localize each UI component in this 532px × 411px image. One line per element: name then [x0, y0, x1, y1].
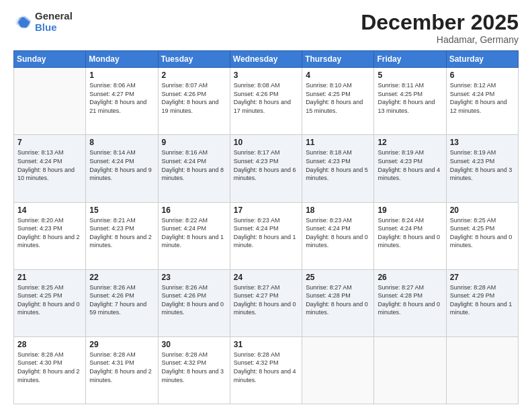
- day-number: 11: [306, 138, 370, 147]
- day-number: 13: [450, 138, 515, 147]
- day-info: Sunrise: 8:12 AMSunset: 4:24 PMDaylight:…: [450, 81, 515, 115]
- day-number: 31: [234, 340, 298, 349]
- calendar-cell: 3Sunrise: 8:08 AMSunset: 4:26 PMDaylight…: [230, 68, 302, 135]
- logo: General Blue: [13, 11, 73, 33]
- day-info: Sunrise: 8:13 AMSunset: 4:24 PMDaylight:…: [17, 148, 82, 182]
- days-header-row: Sunday Monday Tuesday Wednesday Thursday…: [14, 51, 519, 68]
- calendar-cell: 27Sunrise: 8:28 AMSunset: 4:29 PMDayligh…: [446, 269, 518, 336]
- calendar-week-row: 14Sunrise: 8:20 AMSunset: 4:23 PMDayligh…: [14, 202, 519, 269]
- day-number: 14: [17, 205, 82, 215]
- calendar-cell: 2Sunrise: 8:07 AMSunset: 4:26 PMDaylight…: [158, 68, 230, 135]
- calendar-cell: 11Sunrise: 8:18 AMSunset: 4:23 PMDayligh…: [302, 135, 374, 202]
- calendar-cell: 15Sunrise: 8:21 AMSunset: 4:23 PMDayligh…: [86, 202, 158, 269]
- title-area: December 2025 Hadamar, Germany: [361, 11, 519, 45]
- day-info: Sunrise: 8:20 AMSunset: 4:23 PMDaylight:…: [17, 216, 82, 250]
- logo-icon: [13, 13, 32, 32]
- calendar-cell: 13Sunrise: 8:19 AMSunset: 4:23 PMDayligh…: [446, 135, 518, 202]
- day-number: 22: [89, 273, 154, 282]
- day-info: Sunrise: 8:10 AMSunset: 4:25 PMDaylight:…: [306, 81, 370, 115]
- month-title: December 2025: [361, 11, 519, 34]
- calendar-cell: 16Sunrise: 8:22 AMSunset: 4:24 PMDayligh…: [158, 202, 230, 269]
- day-info: Sunrise: 8:27 AMSunset: 4:28 PMDaylight:…: [306, 283, 370, 317]
- calendar-cell: 25Sunrise: 8:27 AMSunset: 4:28 PMDayligh…: [302, 269, 374, 336]
- header-friday: Friday: [374, 51, 446, 68]
- calendar-page: General Blue December 2025 Hadamar, Germ…: [0, 0, 532, 411]
- day-number: 29: [89, 340, 154, 349]
- day-info: Sunrise: 8:28 AMSunset: 4:31 PMDaylight:…: [89, 351, 154, 384]
- calendar-cell: 4Sunrise: 8:10 AMSunset: 4:25 PMDaylight…: [302, 68, 374, 135]
- calendar-cell: [446, 336, 518, 404]
- day-number: 1: [89, 71, 154, 80]
- day-number: 7: [17, 138, 82, 147]
- calendar-cell: 18Sunrise: 8:23 AMSunset: 4:24 PMDayligh…: [302, 202, 374, 269]
- calendar-cell: 31Sunrise: 8:28 AMSunset: 4:32 PMDayligh…: [230, 336, 302, 404]
- calendar-cell: 10Sunrise: 8:17 AMSunset: 4:23 PMDayligh…: [230, 135, 302, 202]
- day-info: Sunrise: 8:24 AMSunset: 4:24 PMDaylight:…: [378, 216, 442, 250]
- day-number: 8: [89, 138, 154, 147]
- day-info: Sunrise: 8:26 AMSunset: 4:26 PMDaylight:…: [89, 283, 154, 317]
- day-number: 24: [234, 273, 298, 282]
- day-number: 26: [378, 273, 442, 282]
- logo-general: General: [35, 11, 73, 22]
- calendar-week-row: 21Sunrise: 8:25 AMSunset: 4:25 PMDayligh…: [14, 269, 519, 336]
- calendar-cell: 14Sunrise: 8:20 AMSunset: 4:23 PMDayligh…: [14, 202, 86, 269]
- day-number: 9: [162, 138, 226, 147]
- day-info: Sunrise: 8:25 AMSunset: 4:25 PMDaylight:…: [450, 216, 515, 250]
- day-info: Sunrise: 8:27 AMSunset: 4:28 PMDaylight:…: [378, 283, 442, 317]
- day-info: Sunrise: 8:27 AMSunset: 4:27 PMDaylight:…: [234, 283, 298, 317]
- day-info: Sunrise: 8:23 AMSunset: 4:24 PMDaylight:…: [306, 216, 370, 250]
- day-info: Sunrise: 8:28 AMSunset: 4:30 PMDaylight:…: [17, 351, 82, 384]
- day-number: 23: [162, 273, 226, 282]
- calendar-cell: 21Sunrise: 8:25 AMSunset: 4:25 PMDayligh…: [14, 269, 86, 336]
- calendar-cell: 26Sunrise: 8:27 AMSunset: 4:28 PMDayligh…: [374, 269, 446, 336]
- calendar-cell: 7Sunrise: 8:13 AMSunset: 4:24 PMDaylight…: [14, 135, 86, 202]
- calendar-cell: 30Sunrise: 8:28 AMSunset: 4:32 PMDayligh…: [158, 336, 230, 404]
- calendar-cell: 24Sunrise: 8:27 AMSunset: 4:27 PMDayligh…: [230, 269, 302, 336]
- day-info: Sunrise: 8:21 AMSunset: 4:23 PMDaylight:…: [89, 216, 154, 250]
- day-info: Sunrise: 8:23 AMSunset: 4:24 PMDaylight:…: [234, 216, 298, 250]
- day-info: Sunrise: 8:25 AMSunset: 4:25 PMDaylight:…: [17, 283, 82, 317]
- day-number: 21: [17, 273, 82, 282]
- logo-blue: Blue: [35, 22, 73, 34]
- day-number: 19: [378, 205, 442, 215]
- day-info: Sunrise: 8:19 AMSunset: 4:23 PMDaylight:…: [450, 148, 515, 182]
- day-number: 6: [450, 71, 515, 80]
- calendar-cell: 12Sunrise: 8:19 AMSunset: 4:23 PMDayligh…: [374, 135, 446, 202]
- day-number: 5: [378, 71, 442, 80]
- header-tuesday: Tuesday: [158, 51, 230, 68]
- header-monday: Monday: [86, 51, 158, 68]
- day-number: 17: [234, 205, 298, 215]
- calendar-cell: 8Sunrise: 8:14 AMSunset: 4:24 PMDaylight…: [86, 135, 158, 202]
- header: General Blue December 2025 Hadamar, Germ…: [13, 11, 519, 45]
- calendar-table: Sunday Monday Tuesday Wednesday Thursday…: [13, 50, 519, 404]
- day-number: 12: [378, 138, 442, 147]
- day-info: Sunrise: 8:07 AMSunset: 4:26 PMDaylight:…: [162, 81, 226, 115]
- calendar-cell: [14, 68, 86, 135]
- calendar-cell: 28Sunrise: 8:28 AMSunset: 4:30 PMDayligh…: [14, 336, 86, 404]
- logo-text: General Blue: [35, 11, 73, 33]
- header-wednesday: Wednesday: [230, 51, 302, 68]
- calendar-cell: 20Sunrise: 8:25 AMSunset: 4:25 PMDayligh…: [446, 202, 518, 269]
- calendar-cell: 1Sunrise: 8:06 AMSunset: 4:27 PMDaylight…: [86, 68, 158, 135]
- day-info: Sunrise: 8:28 AMSunset: 4:32 PMDaylight:…: [234, 351, 298, 384]
- day-info: Sunrise: 8:16 AMSunset: 4:24 PMDaylight:…: [162, 148, 226, 182]
- calendar-cell: [374, 336, 446, 404]
- day-info: Sunrise: 8:28 AMSunset: 4:32 PMDaylight:…: [162, 351, 226, 384]
- day-number: 10: [234, 138, 298, 147]
- calendar-week-row: 7Sunrise: 8:13 AMSunset: 4:24 PMDaylight…: [14, 135, 519, 202]
- calendar-cell: 22Sunrise: 8:26 AMSunset: 4:26 PMDayligh…: [86, 269, 158, 336]
- day-info: Sunrise: 8:19 AMSunset: 4:23 PMDaylight:…: [378, 148, 442, 182]
- header-thursday: Thursday: [302, 51, 374, 68]
- day-info: Sunrise: 8:17 AMSunset: 4:23 PMDaylight:…: [234, 148, 298, 182]
- calendar-week-row: 28Sunrise: 8:28 AMSunset: 4:30 PMDayligh…: [14, 336, 519, 404]
- header-sunday: Sunday: [14, 51, 86, 68]
- calendar-cell: 23Sunrise: 8:26 AMSunset: 4:26 PMDayligh…: [158, 269, 230, 336]
- day-info: Sunrise: 8:22 AMSunset: 4:24 PMDaylight:…: [162, 216, 226, 250]
- calendar-cell: 29Sunrise: 8:28 AMSunset: 4:31 PMDayligh…: [86, 336, 158, 404]
- day-number: 27: [450, 273, 515, 282]
- day-info: Sunrise: 8:14 AMSunset: 4:24 PMDaylight:…: [89, 148, 154, 182]
- day-number: 3: [234, 71, 298, 80]
- calendar-cell: 5Sunrise: 8:11 AMSunset: 4:25 PMDaylight…: [374, 68, 446, 135]
- day-number: 20: [450, 205, 515, 215]
- calendar-cell: 6Sunrise: 8:12 AMSunset: 4:24 PMDaylight…: [446, 68, 518, 135]
